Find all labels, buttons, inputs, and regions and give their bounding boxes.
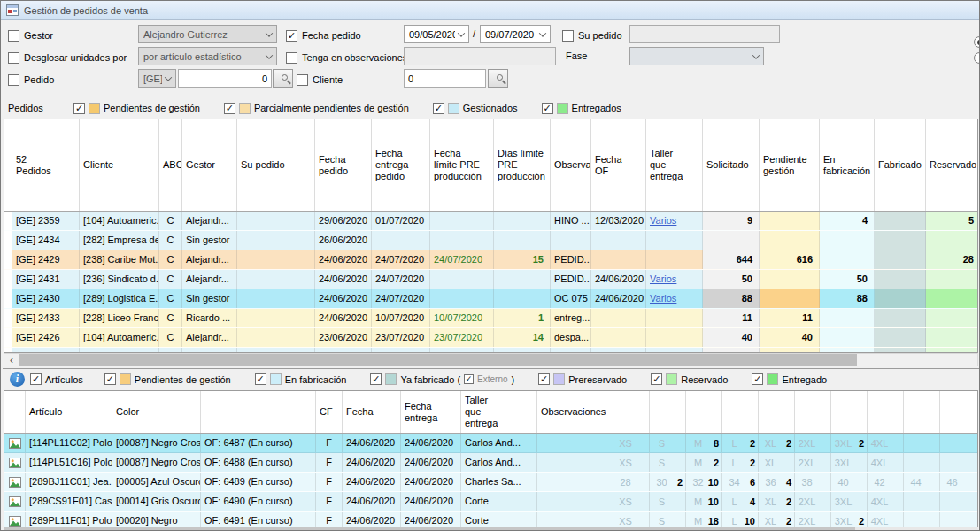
articulos-col-header[interactable] [201, 391, 316, 433]
filter-gestor[interactable]: Gestor [8, 27, 53, 43]
externo-checkbox[interactable] [464, 374, 474, 384]
observaciones-input[interactable] [404, 47, 556, 65]
articulo-row[interactable]: [289BJ11C01] Jea...[00005] Azul OscuroOF… [4, 473, 977, 492]
pedido-row[interactable]: [GE] 2426[104] Autoameric...CAlejandr...… [4, 328, 977, 348]
scrollbar-thumb[interactable] [4, 527, 855, 531]
articulos-checkbox[interactable] [30, 373, 42, 385]
size-col-header[interactable] [831, 391, 868, 433]
view-option-radio-1[interactable] [974, 36, 980, 48]
pedidos-col-header[interactable]: En fabricación [820, 119, 875, 211]
art-enfabricacion-checkbox[interactable] [255, 373, 266, 385]
pedidos-col-header[interactable]: Fecha entrega pedido [372, 119, 430, 211]
legend-gestionados-checkbox[interactable] [433, 103, 444, 114]
cliente-input[interactable]: 0 [404, 69, 486, 88]
size-col-header[interactable] [722, 391, 759, 433]
pedidos-col-header[interactable]: 52 Pedidos [12, 119, 80, 211]
articulos-col-header[interactable]: Taller que entrega [461, 391, 537, 433]
articulos-h-scrollbar[interactable] [4, 527, 978, 531]
pedidos-col-header[interactable]: Reservado [926, 119, 978, 211]
filter-su-pedido[interactable]: Su pedido [562, 27, 622, 43]
size-col-header[interactable] [795, 391, 831, 433]
observaciones-checkbox[interactable] [286, 52, 297, 64]
art-reservado-checkbox[interactable] [651, 373, 662, 385]
gestor-select[interactable]: Alejandro Gutierrez [138, 25, 277, 43]
legend-parcialmente-checkbox[interactable] [224, 103, 235, 114]
pedidos-h-scrollbar[interactable]: ‹ [4, 353, 978, 366]
articulos-col-header[interactable]: Fecha entrega [401, 391, 461, 433]
cell-abc: C [159, 212, 182, 230]
legend-pendientes-checkbox[interactable] [73, 103, 85, 114]
articulo-row[interactable]: [114PL11C02] Polo...[00087] Negro CrossO… [4, 434, 977, 453]
pedidos-col-header[interactable]: Pendiente gestión [760, 119, 820, 211]
pedidos-col-header[interactable] [4, 119, 12, 211]
pedidos-col-header[interactable]: Fabricado [875, 119, 926, 211]
size-col-header[interactable] [904, 391, 940, 433]
pedido-row[interactable]: [GE] 2359[104] Autoameric...CAlejandr...… [4, 212, 977, 231]
art-pendientes-checkbox[interactable] [104, 373, 116, 385]
pedidos-col-header[interactable]: Gestor [182, 119, 237, 211]
pedido-search-button[interactable] [273, 69, 293, 88]
scroll-left-button[interactable]: ‹ [4, 354, 19, 366]
pedidos-col-header[interactable]: Observa [551, 119, 591, 211]
articulos-col-header[interactable]: Artículo [26, 391, 112, 433]
fecha-desde-select[interactable]: 09/05/2020 [404, 25, 469, 43]
size-col-header[interactable] [650, 391, 686, 433]
su-pedido-input[interactable] [629, 25, 780, 43]
view-option-radio-2[interactable] [974, 52, 980, 64]
pedido-row[interactable]: [GE] 2433[228] Liceo Franc...CRicardo ..… [4, 309, 977, 328]
size-col-header[interactable] [759, 391, 795, 433]
size-col-header[interactable] [613, 391, 650, 433]
filter-observaciones[interactable]: Tenga en observaciones [286, 50, 407, 65]
size-col-header[interactable] [686, 391, 722, 433]
size-col-header[interactable] [940, 391, 976, 433]
pedidos-col-header[interactable]: Solicitado [703, 119, 760, 211]
articulo-row[interactable]: [114PL51C16] Polo...[00087] Negro CrossO… [4, 453, 977, 473]
filter-cliente[interactable]: Cliente [297, 72, 343, 88]
scrollbar-thumb[interactable] [19, 354, 857, 366]
pedido-checkbox[interactable] [8, 74, 19, 86]
pedidos-col-header[interactable]: Fecha pedido [315, 119, 372, 211]
gestor-checkbox[interactable] [8, 30, 19, 42]
cliente-search-button[interactable] [488, 69, 508, 88]
taller-link[interactable]: Varios [650, 215, 676, 226]
art-prereservado-checkbox[interactable] [538, 373, 550, 385]
pedidos-col-header[interactable]: Fecha OF [591, 119, 646, 211]
articulos-col-header[interactable]: Fecha [343, 391, 401, 433]
pedidos-col-header[interactable]: Taller que entrega [646, 119, 703, 211]
legend-entregados-checkbox[interactable] [542, 103, 553, 114]
filter-desglosar[interactable]: Desglosar unidades por [8, 50, 127, 65]
pedidos-col-header[interactable]: Fecha límite PRE producción [430, 119, 494, 211]
articulos-col-header[interactable] [4, 391, 26, 433]
filter-fecha-pedido[interactable]: Fecha pedido [286, 27, 361, 43]
cell-fecha-entrega: 24/06/2020 [401, 492, 461, 511]
fecha-pedido-checkbox[interactable] [286, 30, 297, 42]
pedidos-col-header[interactable]: Su pedido [237, 119, 315, 211]
art-yafabricado-checkbox[interactable] [370, 373, 382, 385]
filter-pedido[interactable]: Pedido [8, 72, 54, 88]
articulos-col-header[interactable]: Color [112, 391, 201, 433]
cell-gutter [4, 270, 12, 289]
articulos-col-header[interactable]: CF [316, 391, 343, 433]
pedido-numero-input[interactable]: 0 [178, 69, 272, 88]
articulos-col-header[interactable]: Observaciones [537, 391, 613, 433]
desglosar-checkbox[interactable] [8, 52, 19, 64]
pedidos-col-header[interactable]: Cliente [80, 119, 159, 211]
taller-link[interactable]: Varios [650, 273, 676, 284]
pedido-serie-select[interactable]: [GE] [138, 69, 176, 88]
pedido-row[interactable]: [GE] 2431[236] Sindicato d...CAlejandr..… [4, 270, 977, 289]
pedido-row[interactable]: [GE] 2430[289] Logistica E...CSin gestor… [4, 289, 977, 309]
pedido-row[interactable]: [GE] 2434[282] Empresa de...CSin gestor2… [4, 231, 977, 250]
fecha-hasta-select[interactable]: 09/07/2020 [480, 25, 551, 43]
fase-select[interactable] [629, 47, 764, 65]
articulo-row[interactable]: [289CS91F01] Cas...[00014] Gris OscuroOF… [4, 492, 977, 512]
art-entregado-checkbox[interactable] [752, 373, 763, 385]
pedidos-col-header[interactable]: ABC [159, 119, 182, 211]
pedido-row[interactable]: [GE] 2429[238] Caribe Mot...CAlejandr...… [4, 250, 977, 270]
su-pedido-checkbox[interactable] [562, 30, 574, 42]
pedidos-col-header[interactable]: Días límite PRE producción [494, 119, 551, 211]
cliente-checkbox[interactable] [297, 74, 308, 86]
info-icon[interactable]: i [10, 372, 25, 387]
desglosar-select[interactable]: por artículo estadístico [138, 47, 277, 65]
size-col-header[interactable] [868, 391, 904, 433]
taller-link[interactable]: Varios [650, 293, 676, 304]
